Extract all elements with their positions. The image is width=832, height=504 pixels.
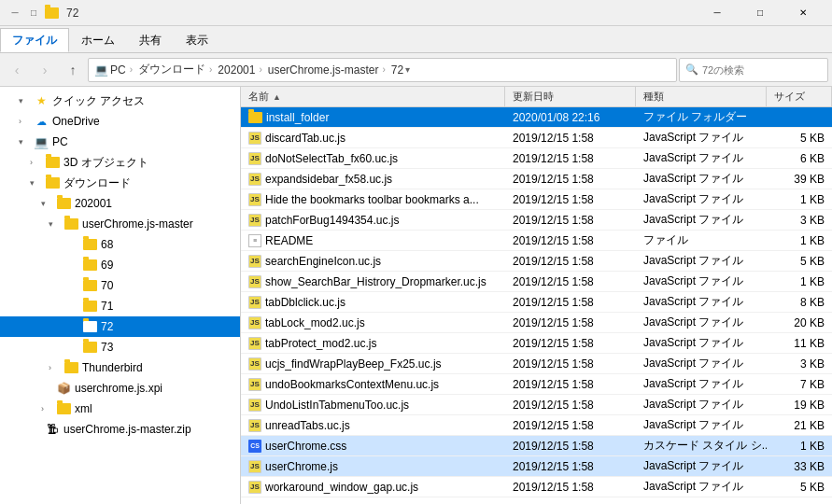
file-name: JS tabDblclick.uc.js (241, 292, 505, 312)
file-size: 1 KB (767, 189, 832, 209)
address-202001: 202001 › (218, 63, 263, 77)
back-button[interactable]: ‹ (4, 57, 30, 83)
file-date: 2019/12/15 1:58 (505, 456, 636, 476)
folder-68-icon (82, 237, 97, 252)
file-size: 3 KB (767, 210, 832, 230)
file-icon: JS (248, 378, 261, 391)
col-header-size[interactable]: サイズ (767, 87, 832, 106)
file-name: JS doNotSelectTab_fx60.uc.js (241, 148, 505, 168)
file-icon: JS (248, 152, 261, 165)
file-name: ≡ README (241, 231, 505, 250)
folder-73-icon (82, 340, 97, 355)
file-name: JS tabLock_mod2.uc.js (241, 313, 505, 332)
sidebar-item-70[interactable]: 70 (0, 275, 240, 296)
file-rows-container: install_folder 2020/01/08 22:16 ファイル フォル… (241, 107, 832, 497)
file-name: JS tabProtect_mod2.uc.js (241, 333, 505, 353)
table-row[interactable]: JS Hide the bookmarks toolbar bookmarks … (241, 189, 832, 210)
toolbar: ‹ › ↑ 💻 PC › ダウンロード › 202001 › userChrom… (0, 53, 832, 87)
sidebar-label: userChrome.js-master (82, 217, 193, 231)
sidebar-item-202001[interactable]: ▾ 202001 (0, 193, 240, 214)
file-name: JS userChrome.js (241, 456, 505, 476)
search-icon: 🔍 (685, 63, 698, 76)
file-type: ファイル (636, 231, 767, 250)
col-header-type[interactable]: 種類 (636, 87, 767, 106)
search-box[interactable]: 🔍 (679, 58, 828, 82)
sidebar-item-73[interactable]: 73 (0, 337, 240, 357)
tab-home[interactable]: ホーム (69, 28, 127, 52)
col-name-label: 名前 (248, 90, 269, 104)
file-type: JavaScript ファイル (636, 251, 767, 271)
sidebar-item-xml[interactable]: › xml (0, 399, 240, 419)
table-row[interactable]: JS tabLock_mod2.uc.js 2019/12/15 1:58 Ja… (241, 313, 832, 333)
file-icon: JS (248, 214, 261, 227)
table-row[interactable]: install_folder 2020/01/08 22:16 ファイル フォル… (241, 107, 832, 128)
sidebar-item-71[interactable]: 71 (0, 296, 240, 316)
address-dropdown[interactable]: ▾ (405, 64, 410, 75)
sidebar-item-69[interactable]: 69 (0, 255, 240, 275)
close-button[interactable]: ✕ (782, 0, 825, 26)
tab-share[interactable]: 共有 (127, 28, 174, 52)
forward-button[interactable]: › (32, 57, 58, 83)
table-row[interactable]: JS undoBookmarksContextMenu.uc.js 2019/1… (241, 374, 832, 395)
file-type: JavaScript ファイル (636, 169, 767, 189)
zip-icon: 🗜 (45, 422, 60, 437)
table-row[interactable]: JS discardTab.uc.js 2019/12/15 1:58 Java… (241, 128, 832, 148)
col-date-label: 更新日時 (513, 90, 554, 104)
table-row[interactable]: JS UndoListInTabmenuToo.uc.js 2019/12/15… (241, 395, 832, 415)
sidebar-item-download[interactable]: ▾ ダウンロード (0, 173, 240, 193)
sidebar-item-xpi[interactable]: 📦 userchrome.js.xpi (0, 378, 240, 399)
sidebar-item-68[interactable]: 68 (0, 234, 240, 255)
table-row[interactable]: JS tabProtect_mod2.uc.js 2019/12/15 1:58… (241, 333, 832, 354)
sidebar-item-thunderbird[interactable]: › Thunderbird (0, 357, 240, 378)
sidebar-item-quick-access[interactable]: ▾ ★ クイック アクセス (0, 91, 240, 111)
table-row[interactable]: JS userChrome.js 2019/12/15 1:58 JavaScr… (241, 456, 832, 477)
table-row[interactable]: ≡ README 2019/12/15 1:58 ファイル 1 KB (241, 231, 832, 251)
file-name: JS undoBookmarksContextMenu.uc.js (241, 374, 505, 394)
file-size: 5 KB (767, 251, 832, 271)
file-list-header: 名前 ▲ 更新日時 種類 サイズ (241, 87, 832, 107)
table-row[interactable]: CS userChrome.css 2019/12/15 1:58 カスケード … (241, 436, 832, 456)
tab-file[interactable]: ファイル (0, 28, 69, 52)
address-master: userChrome.js-master › (268, 63, 388, 77)
file-size: 7 KB (767, 374, 832, 394)
sidebar-item-3d[interactable]: › 3D オブジェクト (0, 152, 240, 173)
up-button[interactable]: ↑ (60, 57, 86, 83)
folder-master-icon (63, 217, 78, 231)
file-name: JS ucjs_findWrapPlayBeep_Fx25.uc.js (241, 354, 505, 373)
table-row[interactable]: JS patchForBug1494354.uc.js 2019/12/15 1… (241, 210, 832, 231)
table-row[interactable]: JS show_SearchBar_Histrory_Dropmarker.uc… (241, 272, 832, 292)
sidebar-item-zip[interactable]: 🗜 userChrome.js-master.zip (0, 419, 240, 440)
file-icon: JS (248, 255, 261, 268)
table-row[interactable]: JS ucjs_findWrapPlayBeep_Fx25.uc.js 2019… (241, 354, 832, 374)
folder-72-icon (82, 319, 97, 334)
minimize-button[interactable]: ─ (696, 0, 739, 26)
table-row[interactable]: JS unreadTabs.uc.js 2019/12/15 1:58 Java… (241, 415, 832, 436)
table-row[interactable]: JS doNotSelectTab_fx60.uc.js 2019/12/15 … (241, 148, 832, 169)
maximize-button[interactable]: □ (739, 0, 782, 26)
col-header-name[interactable]: 名前 ▲ (241, 87, 505, 106)
expand-arrow: › (19, 117, 30, 126)
col-size-label: サイズ (774, 90, 805, 104)
file-name: install_folder (241, 107, 505, 127)
file-type: JavaScript ファイル (636, 148, 767, 168)
sidebar-item-onedrive[interactable]: › ☁ OneDrive (0, 111, 240, 132)
file-date: 2019/12/15 1:58 (505, 210, 636, 230)
address-bar[interactable]: 💻 PC › ダウンロード › 202001 › userChrome.js-m… (88, 58, 677, 82)
file-date: 2020/01/08 22:16 (505, 107, 636, 127)
col-header-date[interactable]: 更新日時 (505, 87, 636, 106)
file-date: 2019/12/15 1:58 (505, 374, 636, 394)
file-size: 11 KB (767, 333, 832, 353)
table-row[interactable]: JS tabDblclick.uc.js 2019/12/15 1:58 Jav… (241, 292, 832, 313)
table-row[interactable]: JS expandsidebar_fx58.uc.js 2019/12/15 1… (241, 169, 832, 189)
search-input[interactable] (702, 64, 822, 76)
tab-view[interactable]: 表示 (174, 28, 220, 52)
file-type: JavaScript ファイル (636, 189, 767, 209)
sidebar-item-72[interactable]: 72 (0, 316, 240, 337)
sidebar-item-userchrome-master[interactable]: ▾ userChrome.js-master (0, 214, 240, 234)
table-row[interactable]: JS workaround_window_gap.uc.js 2019/12/1… (241, 477, 832, 497)
sidebar-item-pc[interactable]: ▾ 💻 PC (0, 132, 240, 152)
folder-3d-icon (45, 155, 60, 170)
table-row[interactable]: JS searchEngineIcon.uc.js 2019/12/15 1:5… (241, 251, 832, 272)
folder-69-icon (82, 258, 97, 273)
file-icon: JS (248, 316, 261, 329)
